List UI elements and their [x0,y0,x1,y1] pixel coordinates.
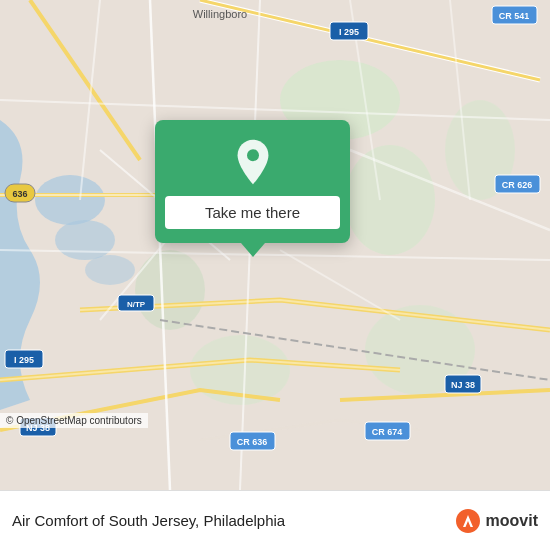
svg-text:I 295: I 295 [14,355,34,365]
svg-text:CR 674: CR 674 [372,427,403,437]
moovit-label: moovit [486,512,538,530]
svg-point-2 [345,145,435,255]
location-pin-icon [229,138,277,186]
svg-point-8 [55,220,115,260]
moovit-logo: moovit [454,507,538,535]
svg-text:NJ 38: NJ 38 [451,380,475,390]
svg-text:636: 636 [12,189,27,199]
svg-text:CR 636: CR 636 [237,437,268,447]
svg-text:I 295: I 295 [339,27,359,37]
svg-point-9 [85,255,135,285]
svg-text:CR 541: CR 541 [499,11,530,21]
moovit-icon [454,507,482,535]
popup-card: Take me there [155,120,350,243]
svg-text:N/TP: N/TP [127,300,146,309]
svg-text:Willingboro: Willingboro [193,8,247,20]
svg-point-31 [247,149,259,161]
take-me-there-button[interactable]: Take me there [165,196,340,229]
svg-point-7 [35,175,105,225]
svg-text:CR 626: CR 626 [502,180,533,190]
bottom-bar: Air Comfort of South Jersey, Philadelphi… [0,490,550,550]
map-container: CR 541 I 295 CR 626 636 N/TP I 295 NJ 38… [0,0,550,490]
svg-point-5 [135,250,205,330]
osm-attribution: © OpenStreetMap contributors [0,413,148,428]
